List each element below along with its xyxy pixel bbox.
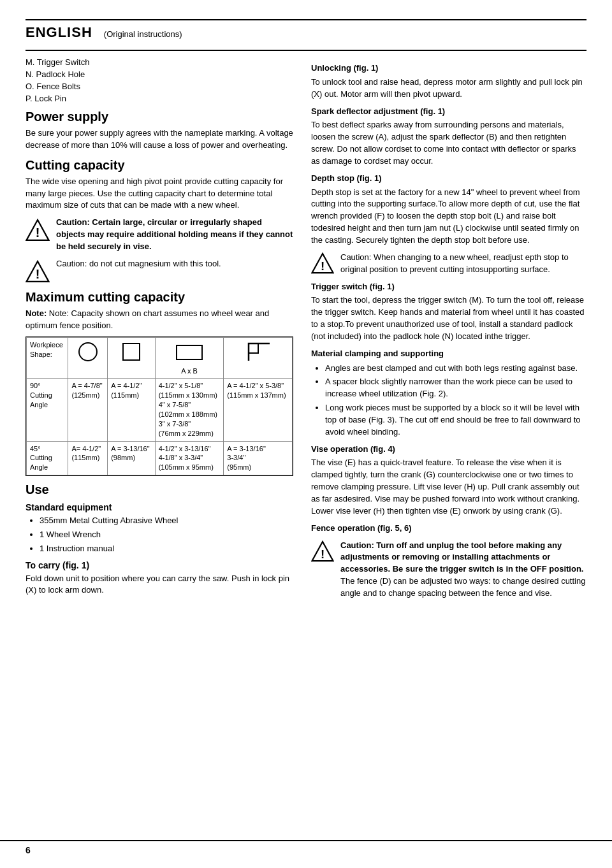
standard-equipment-heading: Standard equipment xyxy=(26,502,293,512)
table-col-square xyxy=(108,338,156,379)
material-clamping-title: Material clamping and supporting xyxy=(311,348,586,360)
vise-operation-text: The vise (E) has a quick-travel feature.… xyxy=(311,457,586,517)
to-carry-heading: To carry (fig. 1) xyxy=(26,560,293,570)
use-title: Use xyxy=(26,482,293,497)
header-bottom-border xyxy=(26,50,586,51)
depth-stop-text: Depth stop is set at the factory for a n… xyxy=(311,187,586,247)
axb-label: A x B xyxy=(159,366,221,376)
rectangle-shape-icon xyxy=(173,340,205,363)
table-cell-45-col3: A = 3-13/16"(98mm) xyxy=(108,441,156,475)
cutting-capacity-title: Cutting capacity xyxy=(26,158,293,173)
table-cell-90-col3: A = 4-1/2"(115mm) xyxy=(108,379,156,441)
cutting-capacity-table: WorkpieceShape: xyxy=(26,336,293,476)
svg-text:!: ! xyxy=(36,226,40,240)
equipment-item-2: 1 Wheel Wrench xyxy=(40,529,293,541)
clamping-item-3: Long work pieces must be supported by a … xyxy=(325,402,586,438)
fence-operation-title: Fence operation (fig. 5, 6) xyxy=(311,523,586,535)
table-row-45: 45° Cutting Angle A= 4-1/2"(115mm) A = 3… xyxy=(27,441,293,475)
trigger-switch-title: Trigger switch (fig. 1) xyxy=(311,281,586,293)
svg-text:!: ! xyxy=(321,547,324,560)
spark-deflector-title: Spark deflector adjustment (fig. 1) xyxy=(311,106,586,118)
table-cell-45-angle: 45° Cutting Angle xyxy=(27,441,68,475)
note-label: Note: xyxy=(26,308,47,318)
square-shape-icon xyxy=(120,340,143,363)
unlocking-title: Unlocking (fig. 1) xyxy=(311,62,586,75)
caution-label-1: Caution: Certain large, circular or irre… xyxy=(56,217,293,251)
caution-triangle-icon-fence: ! xyxy=(311,540,334,563)
equipment-item-3: 1 Instruction manual xyxy=(40,543,293,555)
table-cell-90-col5: A = 4-1/2" x 5-3/8"(115mm x 137mm) xyxy=(224,379,293,441)
caution-box-wheel: ! Caution: When changing to a new wheel,… xyxy=(311,252,586,276)
caution-text-1: Caution: Certain large, circular or irre… xyxy=(56,217,293,253)
table-cell-45-col5: A = 3-13/16"3-3/4"(95mm) xyxy=(224,441,293,475)
table-cell-90-col4: 4-1/2" x 5-1/8"(115mm x 130mm)4" x 7-5/8… xyxy=(155,379,224,441)
depth-stop-title: Depth stop (fig. 1) xyxy=(311,173,586,185)
table-cell-45-col2: A= 4-1/2"(115mm) xyxy=(68,441,108,475)
svg-rect-6 xyxy=(177,345,202,359)
item-m: M. Trigger Switch xyxy=(26,57,293,67)
page-number: 6 xyxy=(26,845,31,855)
caution-box-2: ! Caution: do not cut magnesium with thi… xyxy=(26,258,293,284)
table-cell-90-col2: A = 4-7/8"(125mm) xyxy=(68,379,108,441)
table-cell-90-angle: 90° Cutting Angle xyxy=(27,379,68,441)
item-p: P. Lock Pin xyxy=(26,94,293,103)
main-content: M. Trigger Switch N. Padlock Hole O. Fen… xyxy=(26,57,586,605)
to-carry-text: Fold down unit to position where you can… xyxy=(26,573,293,597)
caution-triangle-icon-wheel: ! xyxy=(311,252,334,275)
table-col-angle xyxy=(224,338,293,379)
unlocking-text: To unlock tool and raise head, depress m… xyxy=(311,76,586,101)
top-border xyxy=(26,19,586,20)
footer: 6 xyxy=(0,840,612,855)
item-o: O. Fence Bolts xyxy=(26,82,293,91)
table-header-row: WorkpieceShape: xyxy=(27,338,293,379)
caution-triangle-icon-2: ! xyxy=(26,259,50,284)
clamping-item-2: A spacer block slightly narrower than th… xyxy=(325,376,586,400)
page: ENGLISH (Original instructions) M. Trigg… xyxy=(0,0,612,868)
max-cutting-note: Note: Note: Capacity shown on chart assu… xyxy=(26,308,293,332)
svg-point-4 xyxy=(79,343,97,361)
svg-text:!: ! xyxy=(321,259,324,273)
caution-triangle-icon-1: ! xyxy=(26,218,50,242)
note-text: Note: Capacity shown on chart assumes no… xyxy=(26,308,269,330)
caution-box-fence: ! Caution: Turn off and unplug the tool … xyxy=(311,540,586,600)
use-section: Use Standard equipment 355mm Metal Cutti… xyxy=(26,482,293,597)
table-col-circle xyxy=(68,338,108,379)
power-supply-title: Power supply xyxy=(26,110,293,124)
caution-fence-text: Caution: Turn off and unplug the tool be… xyxy=(340,540,586,600)
spark-deflector-text: To best deflect sparks away from surroun… xyxy=(311,119,586,167)
caution-text-2: Caution: do not cut magnesium with this … xyxy=(56,258,221,270)
language-title: ENGLISH xyxy=(26,24,92,41)
left-column: M. Trigger Switch N. Padlock Hole O. Fen… xyxy=(26,57,293,605)
angle-shape-icon xyxy=(245,340,271,363)
circle-shape-icon xyxy=(76,340,99,363)
material-clamping-list: Angles are best clamped and cut with bot… xyxy=(311,363,586,438)
standard-equipment-list: 355mm Metal Cutting Abrasive Wheel 1 Whe… xyxy=(26,515,293,555)
table-cell-45-col4: 4-1/2" x 3-13/16"4-1/8" x 3-3/4"(105mm x… xyxy=(155,441,224,475)
svg-text:!: ! xyxy=(36,267,40,281)
trigger-switch-text: To start the tool, depress the trigger s… xyxy=(311,294,586,342)
original-instructions: (Original instructions) xyxy=(104,29,182,39)
caution-box-1: ! Caution: Certain large, circular or ir… xyxy=(26,217,293,253)
table-col-axb: A x B xyxy=(155,338,224,379)
table-row-90: 90° Cutting Angle A = 4-7/8"(125mm) A = … xyxy=(27,379,293,441)
svg-rect-5 xyxy=(123,344,140,360)
equipment-item-1: 355mm Metal Cutting Abrasive Wheel xyxy=(40,515,293,527)
cutting-capacity-text: The wide vise opening and high pivot poi… xyxy=(26,176,293,212)
right-column: Unlocking (fig. 1) To unlock tool and ra… xyxy=(311,57,586,605)
item-n: N. Padlock Hole xyxy=(26,69,293,79)
caution-fence-bold: Caution: Turn off and unplug the tool be… xyxy=(340,540,583,574)
caution-fence-extra: The fence (D) can be adjusted two ways: … xyxy=(340,576,585,598)
max-cutting-title: Maximum cutting capacity xyxy=(26,290,293,305)
power-supply-text: Be sure your power supply agrees with th… xyxy=(26,127,293,152)
vise-operation-title: Vise operation (fig. 4) xyxy=(311,444,586,456)
table-col-workpiece: WorkpieceShape: xyxy=(27,338,68,379)
clamping-item-1: Angles are best clamped and cut with bot… xyxy=(325,363,586,375)
caution-wheel-text: Caution: When changing to a new wheel, r… xyxy=(340,252,586,276)
header-row: ENGLISH (Original instructions) xyxy=(26,24,586,41)
